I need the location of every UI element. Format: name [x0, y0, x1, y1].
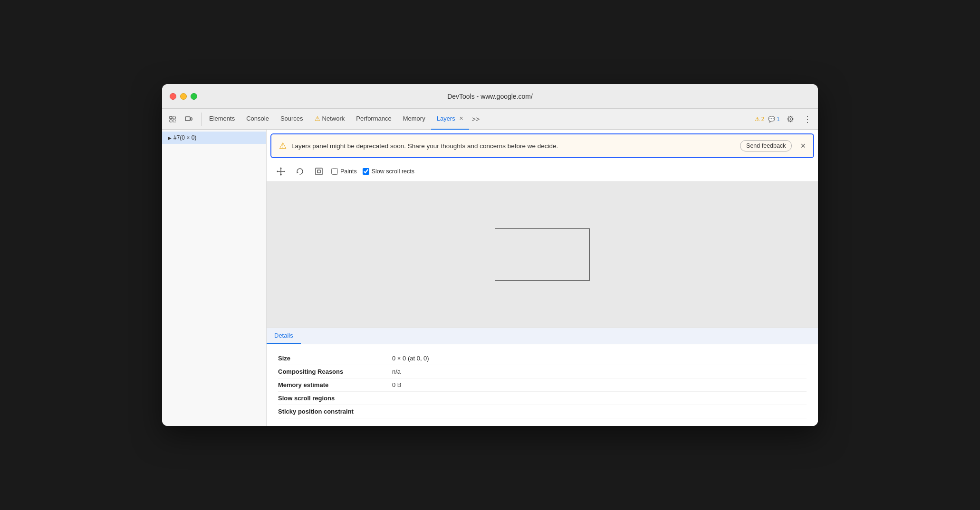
warning-icon: ⚠	[755, 116, 760, 123]
svg-marker-11	[284, 170, 285, 172]
warning-count: 2	[761, 116, 765, 123]
device-toolbar-icon[interactable]	[182, 113, 195, 126]
svg-rect-14	[317, 170, 320, 173]
svg-marker-9	[280, 174, 282, 176]
settings-button[interactable]: ⚙	[784, 113, 797, 126]
tab-performance-label: Performance	[356, 115, 391, 122]
detail-key-sticky: Sticky position constraint	[278, 408, 392, 415]
info-icon: 💬	[768, 116, 775, 123]
more-options-button[interactable]: ⋮	[801, 113, 814, 126]
table-row: Sticky position constraint	[278, 405, 807, 418]
maximize-button[interactable]	[191, 93, 197, 100]
minimize-button[interactable]	[180, 93, 187, 100]
tab-elements[interactable]: Elements	[203, 109, 240, 130]
details-panel: Details Size 0 × 0 (at 0, 0) Compositing…	[267, 328, 818, 426]
detail-value-memory: 0 B	[392, 381, 402, 388]
toolbar-right: ⚠ 2 💬 1 ⚙ ⋮	[755, 113, 814, 126]
tabs-overflow-button[interactable]: >>	[469, 109, 482, 130]
tab-memory-label: Memory	[403, 115, 425, 122]
sidebar-layer-label: #7(0 × 0)	[173, 134, 196, 141]
detail-key-memory: Memory estimate	[278, 381, 392, 388]
tabs-overflow-label: >>	[472, 115, 480, 123]
canvas-area[interactable]	[267, 181, 818, 328]
table-row: Slow scroll regions	[278, 392, 807, 405]
tab-icons	[166, 113, 202, 126]
tab-layers-close[interactable]: ✕	[459, 115, 463, 122]
svg-rect-5	[191, 118, 192, 120]
svg-rect-1	[173, 116, 175, 119]
info-badge[interactable]: 💬 1	[768, 116, 780, 123]
layers-sidebar: ▶ #7(0 × 0)	[162, 130, 267, 426]
close-button[interactable]	[170, 93, 176, 100]
devtools-window: DevTools - www.google.com/ Elements	[162, 84, 818, 426]
network-warning-icon: ⚠	[315, 115, 320, 122]
tab-bar: Elements Console Sources ⚠ Network Perfo…	[162, 109, 818, 130]
table-row: Size 0 × 0 (at 0, 0)	[278, 352, 807, 365]
paints-checkbox-label[interactable]: Paints	[331, 168, 357, 175]
svg-rect-13	[316, 168, 322, 175]
send-feedback-button[interactable]: Send feedback	[740, 140, 792, 151]
tab-layers[interactable]: Layers ✕	[431, 109, 469, 130]
slow-scroll-label: Slow scroll rects	[372, 168, 414, 175]
svg-rect-0	[170, 116, 172, 119]
banner-warning-icon: ⚠	[279, 141, 287, 151]
deprecation-banner: ⚠ Layers panel might be deprecated soon.…	[270, 133, 814, 158]
banner-text: Layers panel might be deprecated soon. S…	[291, 142, 735, 150]
tab-network[interactable]: ⚠ Network	[309, 109, 351, 130]
paints-checkbox[interactable]	[331, 168, 338, 175]
pan-tool-button[interactable]	[274, 165, 288, 178]
table-row: Memory estimate 0 B	[278, 378, 807, 392]
sidebar-item-layer1[interactable]: ▶ #7(0 × 0)	[162, 132, 266, 144]
svg-marker-8	[280, 167, 282, 169]
slow-scroll-checkbox[interactable]	[363, 168, 369, 175]
tab-sources-label: Sources	[280, 115, 303, 122]
paints-label: Paints	[340, 168, 357, 175]
main-panel: ⚠ Layers panel might be deprecated soon.…	[267, 130, 818, 426]
tab-memory[interactable]: Memory	[397, 109, 431, 130]
titlebar: DevTools - www.google.com/	[162, 84, 818, 109]
window-title: DevTools - www.google.com/	[447, 93, 533, 100]
tab-sources[interactable]: Sources	[275, 109, 309, 130]
layers-toolbar: Paints Slow scroll rects	[267, 162, 818, 181]
svg-rect-3	[173, 120, 175, 122]
table-row: Compositing Reasons n/a	[278, 365, 807, 378]
slow-scroll-checkbox-label[interactable]: Slow scroll rects	[363, 168, 414, 175]
layer-rectangle	[495, 228, 590, 281]
rotate-tool-button[interactable]	[293, 165, 307, 178]
detail-value-size: 0 × 0 (at 0, 0)	[392, 355, 429, 362]
details-tabs: Details	[267, 328, 818, 344]
sidebar-arrow-icon: ▶	[168, 135, 172, 141]
details-table: Size 0 × 0 (at 0, 0) Compositing Reasons…	[267, 344, 818, 426]
svg-rect-4	[185, 117, 190, 121]
tab-details[interactable]: Details	[267, 328, 301, 344]
tab-console-label: Console	[246, 115, 269, 122]
tab-console[interactable]: Console	[240, 109, 275, 130]
traffic-lights	[170, 93, 197, 100]
info-count: 1	[777, 116, 780, 123]
svg-marker-10	[277, 170, 278, 172]
inspect-element-icon[interactable]	[166, 113, 179, 126]
devtools-body: ▶ #7(0 × 0) ⚠ Layers panel might be depr…	[162, 130, 818, 426]
warning-badge[interactable]: ⚠ 2	[755, 116, 765, 123]
tab-layers-label: Layers	[437, 115, 455, 122]
tab-elements-label: Elements	[209, 115, 235, 122]
details-tab-label: Details	[274, 332, 293, 339]
detail-key-compositing: Compositing Reasons	[278, 368, 392, 375]
detail-value-compositing: n/a	[392, 368, 401, 375]
reset-tool-button[interactable]	[312, 165, 326, 178]
tab-performance[interactable]: Performance	[350, 109, 397, 130]
detail-key-scroll: Slow scroll regions	[278, 395, 392, 402]
tab-network-label: Network	[322, 115, 345, 122]
banner-close-button[interactable]: ×	[800, 141, 806, 151]
svg-rect-2	[170, 120, 172, 122]
detail-key-size: Size	[278, 355, 392, 362]
